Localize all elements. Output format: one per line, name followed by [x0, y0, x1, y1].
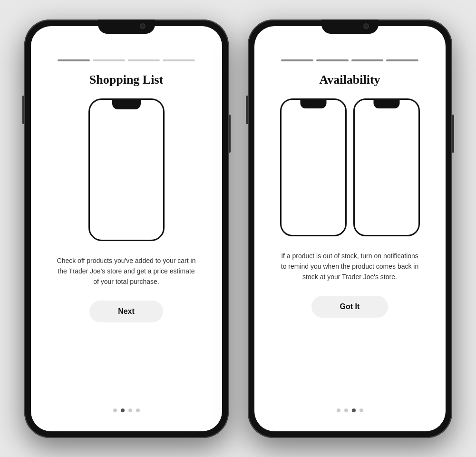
dot-2-2 [344, 408, 348, 412]
screen-content-2: Availability If a product is out of stoc… [254, 45, 446, 431]
camera-1 [140, 23, 146, 29]
progress-seg-6 [316, 59, 349, 61]
phone-device-2: Availability If a product is out of stoc… [248, 19, 452, 438]
phone-illustration-right [353, 98, 420, 236]
progress-seg-4 [163, 59, 195, 61]
screen-description-2: If a product is out of stock, turn on no… [279, 251, 421, 282]
dots-2 [337, 408, 363, 417]
progress-seg-2 [93, 59, 125, 61]
got-it-button[interactable]: Got It [311, 296, 389, 318]
progress-seg-1 [58, 59, 90, 61]
dot-1-2 [121, 408, 125, 412]
screen-content-1: Shopping List Check off products you've … [31, 45, 222, 431]
camera-2 [363, 23, 369, 29]
phone-illustration-left [280, 98, 347, 236]
phone-screen-1: Shopping List Check off products you've … [31, 26, 222, 431]
phone-screen-2: Availability If a product is out of stoc… [254, 26, 446, 431]
progress-seg-3 [128, 59, 160, 61]
progress-seg-5 [281, 59, 313, 61]
screen-title-2: Availability [319, 73, 380, 87]
dot-1-1 [113, 408, 117, 412]
phone-illustration-single [88, 98, 165, 241]
dots-1 [113, 408, 140, 417]
dot-1-3 [128, 408, 132, 412]
next-button[interactable]: Next [89, 301, 163, 322]
notch-2 [321, 19, 379, 34]
dot-2-4 [359, 408, 363, 412]
progress-bar-2 [281, 59, 419, 61]
dot-1-4 [136, 408, 140, 412]
progress-seg-7 [351, 59, 384, 61]
progress-bar-1 [58, 59, 195, 61]
screen-title-1: Shopping List [89, 73, 163, 87]
screen-description-1: Check off products you've added to your … [55, 255, 198, 287]
progress-seg-8 [386, 59, 418, 61]
notch-1 [98, 19, 155, 34]
dot-2-3 [352, 408, 356, 412]
phone-illustrations-double [280, 98, 420, 236]
dot-2-1 [337, 408, 340, 412]
phone-device-1: Shopping List Check off products you've … [24, 19, 229, 438]
